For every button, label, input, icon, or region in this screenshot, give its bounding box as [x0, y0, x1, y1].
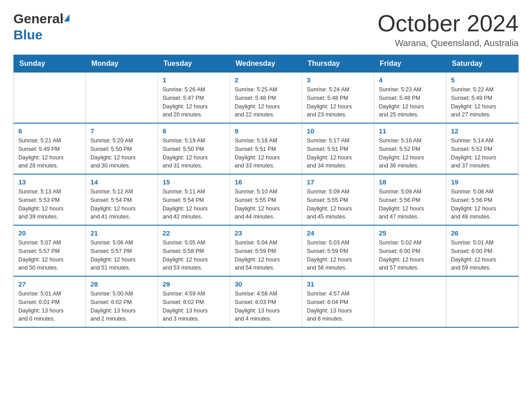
day-info: Sunrise: 5:10 AM Sunset: 5:55 PM Dayligh…: [235, 188, 297, 221]
day-number: 12: [451, 127, 514, 135]
day-info: Sunrise: 5:25 AM Sunset: 5:48 PM Dayligh…: [235, 86, 297, 119]
header-row: Sunday Monday Tuesday Wednesday Thursday…: [14, 55, 519, 73]
day-number: 28: [90, 280, 153, 288]
day-number: 4: [379, 76, 442, 84]
calendar-cell: 4Sunrise: 5:23 AM Sunset: 5:48 PM Daylig…: [374, 73, 446, 124]
day-number: 26: [451, 229, 514, 237]
day-number: 18: [379, 178, 442, 186]
col-tuesday: Tuesday: [158, 55, 230, 73]
calendar-cell: 19Sunrise: 5:08 AM Sunset: 5:56 PM Dayli…: [446, 174, 519, 225]
day-number: 6: [18, 127, 81, 135]
calendar-cell: 6Sunrise: 5:21 AM Sunset: 5:49 PM Daylig…: [14, 123, 86, 174]
day-info: Sunrise: 5:05 AM Sunset: 5:58 PM Dayligh…: [163, 239, 225, 272]
calendar-cell: 14Sunrise: 5:12 AM Sunset: 5:54 PM Dayli…: [86, 174, 158, 225]
calendar-week-row: 6Sunrise: 5:21 AM Sunset: 5:49 PM Daylig…: [14, 123, 519, 174]
calendar-cell: 12Sunrise: 5:14 AM Sunset: 5:52 PM Dayli…: [446, 123, 519, 174]
col-monday: Monday: [86, 55, 158, 73]
day-number: 16: [235, 178, 297, 186]
day-info: Sunrise: 5:01 AM Sunset: 6:01 PM Dayligh…: [18, 290, 81, 323]
calendar-cell: 8Sunrise: 5:19 AM Sunset: 5:50 PM Daylig…: [158, 123, 230, 174]
day-info: Sunrise: 5:03 AM Sunset: 5:59 PM Dayligh…: [307, 239, 369, 272]
calendar-cell: 2Sunrise: 5:25 AM Sunset: 5:48 PM Daylig…: [230, 73, 302, 124]
day-info: Sunrise: 5:12 AM Sunset: 5:54 PM Dayligh…: [90, 188, 153, 221]
day-info: Sunrise: 5:06 AM Sunset: 5:57 PM Dayligh…: [90, 239, 153, 272]
title-section: October 2024 Warana, Queensland, Austral…: [378, 11, 519, 48]
calendar-cell: 29Sunrise: 4:59 AM Sunset: 6:02 PM Dayli…: [158, 276, 230, 327]
day-number: 3: [307, 76, 369, 84]
logo-blue-text: Blue: [13, 27, 43, 42]
day-info: Sunrise: 5:08 AM Sunset: 5:56 PM Dayligh…: [451, 188, 514, 221]
day-number: 31: [307, 280, 369, 288]
calendar-cell: 26Sunrise: 5:01 AM Sunset: 6:00 PM Dayli…: [446, 225, 519, 276]
calendar-cell: 20Sunrise: 5:07 AM Sunset: 5:57 PM Dayli…: [14, 225, 86, 276]
day-number: 20: [18, 229, 81, 237]
page-header: General Blue October 2024 Warana, Queens…: [13, 11, 519, 48]
day-number: 30: [235, 280, 297, 288]
day-info: Sunrise: 4:58 AM Sunset: 6:03 PM Dayligh…: [235, 290, 297, 323]
day-info: Sunrise: 5:14 AM Sunset: 5:52 PM Dayligh…: [451, 137, 514, 170]
day-info: Sunrise: 5:11 AM Sunset: 5:54 PM Dayligh…: [163, 188, 225, 221]
day-number: 19: [451, 178, 514, 186]
calendar-cell: 30Sunrise: 4:58 AM Sunset: 6:03 PM Dayli…: [230, 276, 302, 327]
calendar-week-row: 13Sunrise: 5:13 AM Sunset: 5:53 PM Dayli…: [14, 174, 519, 225]
calendar-cell: 3Sunrise: 5:24 AM Sunset: 5:48 PM Daylig…: [302, 73, 374, 124]
calendar-cell: 21Sunrise: 5:06 AM Sunset: 5:57 PM Dayli…: [86, 225, 158, 276]
day-info: Sunrise: 4:57 AM Sunset: 6:04 PM Dayligh…: [307, 290, 369, 323]
day-number: 11: [379, 127, 442, 135]
calendar-cell: 17Sunrise: 5:09 AM Sunset: 5:55 PM Dayli…: [302, 174, 374, 225]
day-number: 9: [235, 127, 297, 135]
calendar-cell: [446, 276, 519, 327]
logo-triangle-icon: [64, 14, 69, 21]
day-info: Sunrise: 5:00 AM Sunset: 6:02 PM Dayligh…: [90, 290, 153, 323]
calendar-header: Sunday Monday Tuesday Wednesday Thursday…: [14, 55, 519, 73]
day-number: 13: [18, 178, 81, 186]
col-saturday: Saturday: [446, 55, 519, 73]
day-info: Sunrise: 5:20 AM Sunset: 5:50 PM Dayligh…: [90, 137, 153, 170]
calendar-week-row: 20Sunrise: 5:07 AM Sunset: 5:57 PM Dayli…: [14, 225, 519, 276]
calendar-cell: 16Sunrise: 5:10 AM Sunset: 5:55 PM Dayli…: [230, 174, 302, 225]
day-info: Sunrise: 5:09 AM Sunset: 5:56 PM Dayligh…: [379, 188, 442, 221]
calendar-cell: 28Sunrise: 5:00 AM Sunset: 6:02 PM Dayli…: [86, 276, 158, 327]
calendar-cell: 9Sunrise: 5:18 AM Sunset: 5:51 PM Daylig…: [230, 123, 302, 174]
calendar-cell: 27Sunrise: 5:01 AM Sunset: 6:01 PM Dayli…: [14, 276, 86, 327]
location-title: Warana, Queensland, Australia: [378, 38, 519, 48]
calendar-body: 1Sunrise: 5:26 AM Sunset: 5:47 PM Daylig…: [14, 73, 519, 328]
day-number: 15: [163, 178, 225, 186]
day-number: 1: [163, 76, 225, 84]
col-thursday: Thursday: [302, 55, 374, 73]
calendar-cell: 31Sunrise: 4:57 AM Sunset: 6:04 PM Dayli…: [302, 276, 374, 327]
day-info: Sunrise: 5:21 AM Sunset: 5:49 PM Dayligh…: [18, 137, 81, 170]
month-title: October 2024: [378, 11, 519, 36]
day-number: 25: [379, 229, 442, 237]
day-info: Sunrise: 5:01 AM Sunset: 6:00 PM Dayligh…: [451, 239, 514, 272]
calendar-cell: 7Sunrise: 5:20 AM Sunset: 5:50 PM Daylig…: [86, 123, 158, 174]
calendar-cell: 23Sunrise: 5:04 AM Sunset: 5:59 PM Dayli…: [230, 225, 302, 276]
day-info: Sunrise: 5:26 AM Sunset: 5:47 PM Dayligh…: [163, 86, 225, 119]
calendar-cell: 13Sunrise: 5:13 AM Sunset: 5:53 PM Dayli…: [14, 174, 86, 225]
col-sunday: Sunday: [14, 55, 86, 73]
day-info: Sunrise: 4:59 AM Sunset: 6:02 PM Dayligh…: [163, 290, 225, 323]
day-info: Sunrise: 5:07 AM Sunset: 5:57 PM Dayligh…: [18, 239, 81, 272]
day-number: 14: [90, 178, 153, 186]
day-number: 17: [307, 178, 369, 186]
col-wednesday: Wednesday: [230, 55, 302, 73]
day-info: Sunrise: 5:09 AM Sunset: 5:55 PM Dayligh…: [307, 188, 369, 221]
day-number: 10: [307, 127, 369, 135]
logo-general-text: General: [13, 11, 64, 27]
day-info: Sunrise: 5:19 AM Sunset: 5:50 PM Dayligh…: [163, 137, 225, 170]
day-info: Sunrise: 5:17 AM Sunset: 5:51 PM Dayligh…: [307, 137, 369, 170]
day-number: 5: [451, 76, 514, 84]
day-number: 22: [163, 229, 225, 237]
day-number: 21: [90, 229, 153, 237]
day-info: Sunrise: 5:13 AM Sunset: 5:53 PM Dayligh…: [18, 188, 81, 221]
day-info: Sunrise: 5:16 AM Sunset: 5:52 PM Dayligh…: [379, 137, 442, 170]
day-number: 7: [90, 127, 153, 135]
day-info: Sunrise: 5:23 AM Sunset: 5:48 PM Dayligh…: [379, 86, 442, 119]
calendar-cell: 11Sunrise: 5:16 AM Sunset: 5:52 PM Dayli…: [374, 123, 446, 174]
day-number: 29: [163, 280, 225, 288]
day-info: Sunrise: 5:18 AM Sunset: 5:51 PM Dayligh…: [235, 137, 297, 170]
calendar-cell: [374, 276, 446, 327]
day-number: 23: [235, 229, 297, 237]
calendar-week-row: 1Sunrise: 5:26 AM Sunset: 5:47 PM Daylig…: [14, 73, 519, 124]
calendar-cell: 25Sunrise: 5:02 AM Sunset: 6:00 PM Dayli…: [374, 225, 446, 276]
